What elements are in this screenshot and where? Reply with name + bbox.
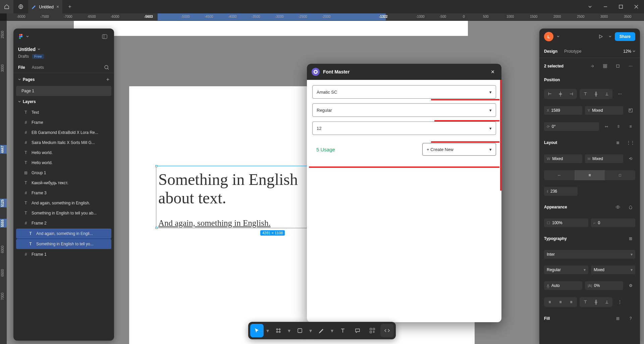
frame-tool-button[interactable] (272, 324, 285, 337)
pen-tool-button[interactable] (315, 324, 328, 337)
actions-button[interactable] (366, 324, 379, 337)
document-name[interactable]: Untitled (13, 45, 114, 54)
autolayout-h-button[interactable]: ⋮⋮ (626, 138, 635, 147)
width-field[interactable]: WMixed (544, 154, 582, 163)
community-button[interactable] (14, 0, 28, 13)
layer-item[interactable]: TAnd again, something in Engli... (16, 229, 111, 239)
flip-h-button[interactable]: ⇿ (602, 122, 611, 131)
text-align-middle-button[interactable]: ╫ (591, 298, 601, 306)
x-field[interactable]: X1589 (544, 106, 582, 115)
text-align-right-button[interactable]: ≡ (566, 298, 576, 306)
add-page-button[interactable]: + (106, 77, 109, 83)
document-tab[interactable]: Untitled × (28, 0, 62, 13)
y-field[interactable]: YMixed (585, 106, 623, 115)
font-size-select[interactable]: 12 ▾ (312, 121, 496, 135)
font-size-field[interactable]: Mixed▾ (591, 265, 635, 274)
layer-item[interactable]: ⊞Group 1 (13, 168, 114, 178)
rotation-field[interactable]: ⟳0° (544, 122, 599, 131)
flip-v-button[interactable]: ⇳ (614, 122, 623, 131)
blend-icon[interactable] (626, 202, 635, 212)
frame-tool-caret[interactable]: ▾ (286, 328, 292, 334)
component-icon[interactable] (600, 61, 610, 71)
pages-section-header[interactable]: Pages + (13, 73, 114, 86)
layer-item[interactable]: #Saira Medium Italic X Sorts Mill G... (13, 138, 114, 148)
font-family-select[interactable]: Amatic SC ▾ (312, 85, 496, 99)
figma-menu-button[interactable] (18, 34, 29, 40)
user-avatar[interactable]: L (544, 32, 553, 41)
font-weight-select[interactable]: Regular ▾ (312, 103, 496, 117)
layer-item[interactable]: THello world. (13, 158, 114, 168)
plugin-close-button[interactable]: × (489, 68, 497, 76)
line-height-field[interactable]: A̲Auto (544, 281, 582, 290)
absolute-position-button[interactable] (626, 106, 635, 115)
more-icon[interactable]: ⋯ (626, 61, 635, 71)
opacity-field[interactable]: ☐100% (544, 218, 588, 227)
corner-radius-field[interactable]: ⌐0 (591, 218, 635, 227)
toggle-sidebar-button[interactable] (100, 32, 109, 41)
layers-section-header[interactable]: Layers (13, 96, 114, 107)
tab-assets[interactable]: Assets (32, 65, 44, 70)
shape-tool-caret[interactable]: ▾ (308, 328, 313, 334)
variant-icon[interactable] (588, 61, 597, 71)
layer-item[interactable]: TSomething in English to tell yo... (16, 239, 111, 249)
typography-settings-button[interactable]: ⊞ (626, 234, 635, 243)
layer-item[interactable]: TText (13, 107, 114, 117)
tab-close-button[interactable]: × (56, 4, 59, 9)
autolayout-v-button[interactable]: ≣ (613, 138, 623, 147)
tab-add-button[interactable]: + (63, 4, 76, 10)
layer-item[interactable]: #Frame (13, 117, 114, 128)
align-center-v-button[interactable]: ╫ (591, 90, 601, 98)
font-family-field[interactable]: Inter▾ (544, 250, 635, 259)
text-tool-button[interactable] (336, 324, 350, 337)
chevron-down-icon[interactable] (609, 35, 611, 38)
text-align-left-button[interactable]: ≡ (545, 298, 555, 306)
drafts-label[interactable]: Drafts (18, 54, 29, 59)
move-tool-caret[interactable]: ▾ (265, 328, 270, 334)
layer-item[interactable]: TAnd again, something in English. (13, 198, 114, 208)
window-minimize-button[interactable] (598, 0, 613, 13)
align-top-button[interactable]: ⊤ (580, 90, 590, 98)
move-tool-button[interactable] (250, 324, 264, 337)
constrain-toggle[interactable]: ⟲ (626, 154, 635, 163)
instance-icon[interactable] (613, 61, 623, 71)
font-weight-field[interactable]: Regular▾ (544, 265, 588, 274)
layer-item[interactable]: TКакой-нибудь текст. (13, 178, 114, 188)
layer-item[interactable]: TSomething in English to tell you ab... (13, 208, 114, 218)
window-chevron-button[interactable] (582, 0, 598, 13)
search-button[interactable] (104, 65, 109, 70)
align-right-button[interactable]: ⊣ (566, 90, 576, 98)
canvas-frame-top[interactable] (74, 21, 468, 36)
letter-spacing-field[interactable]: |A|0% (585, 281, 623, 290)
tab-file[interactable]: File (18, 65, 25, 70)
layer-item[interactable]: #Frame 1 (13, 249, 114, 259)
gap-field[interactable]: ⫴236 (544, 187, 578, 196)
tidy-button[interactable]: ≡ (626, 122, 635, 131)
fill-help-button[interactable]: ? (626, 314, 635, 323)
align-left-button[interactable]: ⊢ (545, 90, 555, 98)
zoom-control[interactable]: 12% (623, 49, 635, 54)
share-button[interactable]: Share (615, 32, 635, 41)
visibility-icon[interactable] (613, 202, 623, 212)
text-align-top-button[interactable]: ⊤ (580, 298, 590, 306)
align-center-h-button[interactable]: ╪ (555, 90, 566, 98)
height-field[interactable]: HMixed (585, 154, 623, 163)
present-button[interactable] (596, 32, 605, 41)
text-align-bottom-button[interactable]: ⊥ (602, 298, 612, 306)
type-settings-button[interactable]: ⚙ (626, 281, 635, 290)
resize-fixed-button[interactable]: ≡ (575, 170, 605, 180)
text-more-button[interactable]: ⋮ (615, 297, 625, 307)
layer-item[interactable]: #EB Garamond ExtraBold X Lora Re... (13, 128, 114, 138)
home-button[interactable] (0, 0, 13, 13)
window-maximize-button[interactable] (613, 0, 629, 13)
layer-item[interactable]: #Frame 2 (13, 218, 114, 228)
tab-prototype[interactable]: Prototype (564, 46, 581, 57)
comment-tool-button[interactable] (351, 324, 364, 337)
layer-item[interactable]: THello world. (13, 148, 114, 158)
align-bottom-button[interactable]: ⊥ (602, 90, 612, 98)
plugin-header[interactable]: Font Master × (307, 64, 501, 80)
window-close-button[interactable] (629, 0, 644, 13)
tab-design[interactable]: Design (544, 46, 557, 57)
resize-hug-button[interactable]: ↔ (544, 170, 575, 180)
dev-mode-button[interactable] (380, 324, 394, 337)
fill-style-button[interactable]: ⊞ (613, 314, 623, 323)
